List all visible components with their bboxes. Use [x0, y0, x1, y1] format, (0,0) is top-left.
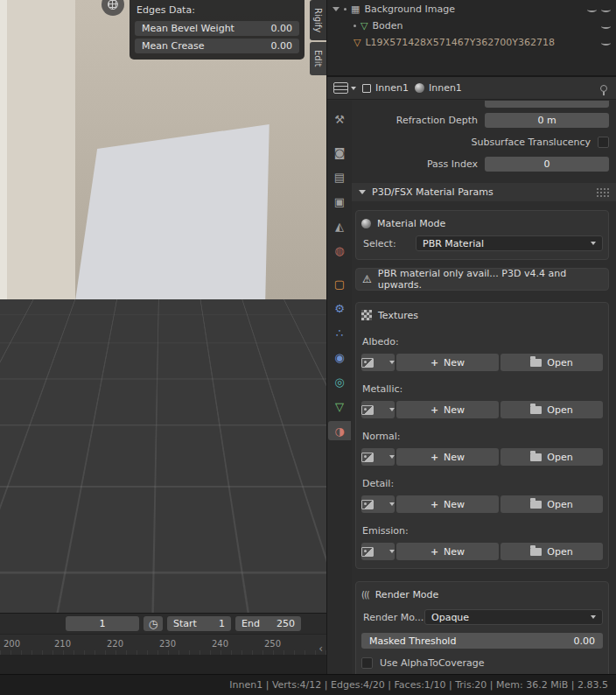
frame-end-field[interactable]: End 250 — [235, 616, 301, 631]
breadcrumb-object[interactable]: Innen1 — [362, 82, 409, 94]
collapse-region-icon[interactable]: ‹ — [318, 642, 323, 655]
timeline-editor[interactable]: 1 ◷ Start 1 End 250 200 210 220 230 240 … — [0, 613, 326, 674]
breadcrumb-material[interactable]: Innen1 — [415, 82, 462, 94]
tab-tool[interactable]: ⚒ — [328, 109, 351, 129]
open-button-label: Open — [547, 452, 572, 463]
texture-checker-icon — [361, 310, 372, 320]
mean-crease-field[interactable]: Mean Crease 0.00 — [135, 39, 299, 53]
outliner-item-label[interactable]: L19X571428X571467Y362700Y362718 — [365, 37, 555, 48]
mean-bevel-weight-field[interactable]: Mean Bevel Weight 0.00 — [135, 21, 299, 36]
tab-modifiers[interactable]: ⚙ — [328, 298, 351, 318]
metallic-browse-button[interactable] — [361, 401, 395, 418]
detail-browse-button[interactable] — [361, 495, 395, 513]
properties-tab-strip: ⚒ ◙ ▤ ▣ ◭ ◍ ▢ ⚙ ∴ ◉ ◎ ▽ ◑ — [327, 101, 352, 674]
tab-view-layer[interactable]: ▣ — [328, 192, 351, 211]
current-frame-field[interactable]: 1 — [66, 616, 139, 631]
folder-icon — [530, 548, 542, 556]
normal-slot-row: + New Open — [361, 448, 603, 466]
material-mode-header: Material Mode — [361, 214, 603, 232]
outliner-row-l19[interactable]: ▽ L19X571428X571467Y362700Y362718 — [327, 34, 616, 51]
frame-start-value: 1 — [219, 618, 225, 629]
auto-keying-button[interactable]: ◷ — [144, 616, 163, 631]
tab-object[interactable]: ▢ — [328, 274, 351, 293]
mean-crease-label: Mean Crease — [142, 40, 204, 52]
hide-in-viewport-icon[interactable] — [587, 7, 597, 12]
pin-icon[interactable] — [600, 85, 607, 92]
outliner-row-background-image[interactable]: ▦ Background Image — [327, 1, 616, 18]
detail-new-button[interactable]: + New — [396, 495, 499, 513]
open-button-label: Open — [547, 546, 572, 558]
outliner-item-label[interactable]: Boden — [372, 20, 402, 32]
pass-index-value: 0 — [544, 158, 550, 170]
current-frame-value: 1 — [100, 618, 106, 629]
albedo-slot-row: + New Open — [361, 354, 603, 371]
normal-new-button[interactable]: + New — [396, 448, 499, 466]
subsurface-translucency-row: Subsurface Translucency — [355, 137, 609, 148]
masked-threshold-label: Masked Threshold — [369, 635, 456, 647]
chevron-down-icon — [351, 87, 356, 90]
render-mode-box: ((( Render Mode Render Mo... Opaque Mask… — [355, 581, 609, 674]
tab-physics[interactable]: ◉ — [328, 348, 351, 367]
properties-editor: ⚒ ◙ ▤ ▣ ◭ ◍ ▢ ⚙ ∴ ◉ ◎ ▽ ◑ Refraction Dep… — [327, 101, 616, 674]
outliner[interactable]: ▦ Background Image ▽ Boden ▽ L19X571428X… — [327, 0, 616, 77]
tab-world[interactable]: ◍ — [328, 241, 351, 260]
outliner-item-label[interactable]: Background Image — [364, 4, 455, 15]
outliner-row-boden[interactable]: ▽ Boden — [327, 18, 616, 34]
timeline-ruler[interactable]: 200 210 220 230 240 250 — [0, 634, 326, 655]
emission-new-button[interactable]: + New — [396, 543, 499, 560]
tab-object-data[interactable]: ▽ — [328, 397, 351, 416]
subsurface-translucency-checkbox[interactable] — [598, 137, 609, 148]
material-select-row: Select: PBR Material — [361, 235, 603, 251]
panel-grip-icon[interactable] — [596, 187, 609, 197]
hide-in-viewport-icon[interactable] — [601, 40, 611, 46]
pbr-warning-text: PBR material only avail... P3D v4.4 and … — [378, 268, 602, 291]
folder-icon — [530, 453, 542, 461]
metallic-open-button[interactable]: Open — [500, 401, 603, 418]
tab-particles[interactable]: ∴ — [328, 323, 351, 342]
select-label: Select: — [361, 238, 416, 249]
masked-threshold-slider[interactable]: Masked Threshold 0.00 — [361, 633, 603, 649]
emission-browse-button[interactable] — [361, 543, 395, 560]
metallic-new-button[interactable]: + New — [396, 401, 499, 418]
tab-material[interactable]: ◑ — [328, 421, 351, 440]
3d-viewport[interactable]: Edges Data: Mean Bevel Weight 0.00 Mean … — [0, 0, 326, 613]
pass-index-field[interactable]: 0 — [485, 157, 609, 172]
partial-field[interactable] — [485, 101, 609, 108]
viewport-sidebar-tabs: Rigify Edit — [310, 0, 326, 75]
editor-type-button[interactable] — [333, 82, 356, 94]
timeline-track-area[interactable] — [0, 655, 326, 674]
emission-open-button[interactable]: Open — [500, 543, 603, 560]
selected-face[interactable] — [74, 124, 271, 299]
normal-open-button[interactable]: Open — [500, 448, 603, 466]
blender-window: Edges Data: Mean Bevel Weight 0.00 Mean … — [0, 0, 616, 695]
p3d-panel-header[interactable]: P3D/FSX Material Params — [352, 183, 616, 201]
disclosure-triangle-icon[interactable] — [332, 7, 340, 11]
frame-end-label: End — [242, 618, 260, 629]
tab-constraints[interactable]: ◎ — [328, 372, 351, 391]
plus-icon: + — [430, 452, 438, 463]
disable-in-renders-icon[interactable] — [601, 7, 611, 12]
albedo-browse-button[interactable] — [361, 354, 395, 371]
metallic-slot-row: + New Open — [361, 401, 603, 418]
tab-render[interactable]: ◙ — [328, 143, 351, 162]
render-mode-dropdown[interactable]: Opaque — [424, 609, 603, 625]
material-mode-dropdown[interactable]: PBR Material — [416, 235, 603, 251]
chevron-down-icon — [389, 408, 395, 411]
status-bar-text: Innen1 | Verts:4/12 | Edges:4/20 | Faces… — [229, 679, 608, 691]
alpha-to-coverage-checkbox[interactable] — [361, 657, 373, 669]
albedo-new-button[interactable]: + New — [396, 354, 499, 371]
tab-output[interactable]: ▤ — [328, 167, 351, 186]
albedo-open-button[interactable]: Open — [500, 354, 603, 371]
hide-in-viewport-icon[interactable] — [601, 24, 611, 29]
sidebar-tab-rigify[interactable]: Rigify — [310, 0, 326, 40]
refraction-depth-field[interactable]: 0 m — [485, 113, 609, 128]
tab-scene[interactable]: ◭ — [328, 216, 351, 235]
mean-crease-value: 0.00 — [271, 40, 293, 52]
sidebar-tab-edit[interactable]: Edit — [310, 42, 326, 74]
normal-browse-button[interactable] — [361, 448, 395, 466]
detail-open-button[interactable]: Open — [500, 495, 603, 513]
frame-start-field[interactable]: Start 1 — [167, 616, 231, 631]
material-mode-value: PBR Material — [423, 238, 484, 249]
pbr-warning-box: ⚠ PBR material only avail... P3D v4.4 an… — [355, 268, 609, 291]
textures-title: Textures — [378, 310, 418, 321]
